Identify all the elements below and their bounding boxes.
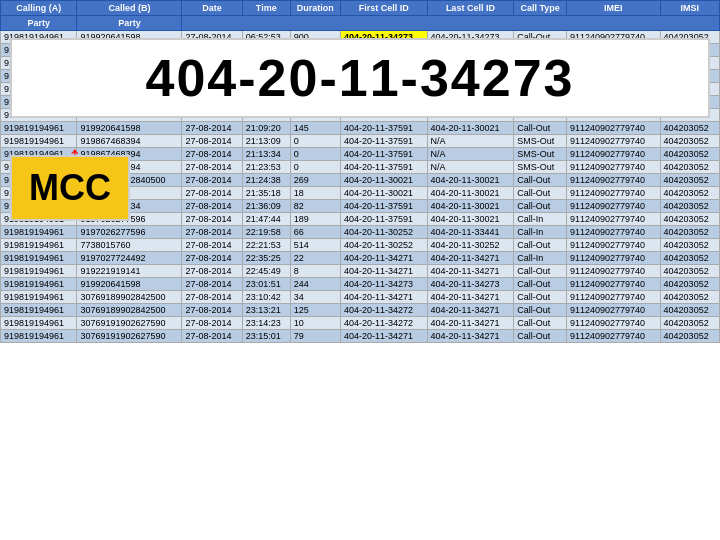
table-cell: Call-Out (514, 330, 567, 343)
table-cell: 23:13:21 (242, 304, 290, 317)
table-cell: 404203052 (660, 148, 719, 161)
table-cell: Call-Out (514, 278, 567, 291)
table-cell: 404203052 (660, 135, 719, 148)
table-cell: 27-08-2014 (182, 83, 242, 96)
table-row: 9198191949613076919190262759027-08-20142… (1, 330, 720, 343)
table-cell: 404-20-19-30293 (340, 109, 427, 122)
table-cell: 911240902779740 (567, 96, 661, 109)
table-cell: 23:14:23 (242, 317, 290, 330)
table-cell: SMS-In (514, 83, 567, 96)
table-cell: 404-20-11-34273 (340, 57, 427, 70)
table-cell: 22:19:58 (242, 226, 290, 239)
table-cell: 27-08-2014 (182, 330, 242, 343)
table-cell: 404-20-11-30021 (427, 174, 514, 187)
table-cell: 404203052 (660, 96, 719, 109)
table-cell: SMS-Out (514, 161, 567, 174)
table-cell: 21:23:53 (242, 161, 290, 174)
table-cell: 919819194961 (1, 31, 77, 44)
table-cell: 0 (290, 148, 340, 161)
table-cell: 911240902779740 (567, 265, 661, 278)
table-cell: 404203052 (660, 239, 719, 252)
table-cell: 404-20-11-34271 (427, 291, 514, 304)
table-cell: 404203052 (660, 304, 719, 317)
table-cell: 911240902779740 (567, 174, 661, 187)
table-cell: N/A (427, 83, 514, 96)
table-cell: 21:47:44 (242, 213, 290, 226)
table-cell: 919920641598 (77, 278, 182, 291)
table-row: 91981919496191986746839427-08-201413:33:… (1, 70, 720, 83)
table-cell: 07:14:57 (242, 44, 290, 57)
table-cell: 919819194961 (1, 44, 77, 57)
table-row: 91981919496191986746839427-08-201421:13:… (1, 148, 720, 161)
table-cell: 22:21:53 (242, 239, 290, 252)
table-cell: 911240902779740 (567, 135, 661, 148)
table-cell: 27-08-2014 (182, 213, 242, 226)
table-cell: 404-20-11-34271 (427, 330, 514, 343)
table-row: 9198191949613076918990284250027-08-20142… (1, 304, 720, 317)
table-cell: 404203052 (660, 330, 719, 343)
table-cell: 404203052 (660, 31, 719, 44)
table-cell: 919920641598 (77, 31, 182, 44)
table-cell: 9197026277596 (77, 226, 182, 239)
table-cell: 27-08-2014 (182, 174, 242, 187)
table-cell: 06:52:53 (242, 31, 290, 44)
table-cell: 404-20-11-34273 (427, 278, 514, 291)
table-cell: 404203052 (660, 187, 719, 200)
table-cell: 919819194961 (1, 239, 77, 252)
table-cell: 27-08-2014 (182, 161, 242, 174)
table-cell: 404-20-11-34271 (340, 291, 427, 304)
table-cell: 919920641598 (77, 44, 182, 57)
table-cell: 145 (290, 122, 340, 135)
table-cell: 911240902779740 (567, 44, 661, 57)
table-cell: 911240902779740 (567, 161, 661, 174)
table-cell: 919221919141 (77, 265, 182, 278)
table-row: 91981919496191992064159827-08-201407:14:… (1, 44, 720, 57)
table-cell: 404-20-11-34273 (427, 44, 514, 57)
table-cell: 404-20-11-30021 (340, 187, 427, 200)
table-cell: 404-20-11-30021 (340, 174, 427, 187)
table-cell: Call-Out (514, 174, 567, 187)
table-cell: 919819194961 (1, 122, 77, 135)
table-cell: 404203052 (660, 213, 719, 226)
table-cell: 404-20-11-34271 (427, 265, 514, 278)
table-cell: 919867468394 (77, 161, 182, 174)
table-cell: 21:24:38 (242, 174, 290, 187)
table-cell: 404-20-11-34273 (340, 70, 427, 83)
table-cell: 21:36:09 (242, 200, 290, 213)
table-cell: 404-20-11-34271 (427, 96, 514, 109)
table-cell: 404203052 (660, 174, 719, 187)
table-cell: 404-20-11-34272 (340, 317, 427, 330)
table-cell: 900 (290, 31, 340, 44)
table-cell: 919819194961 (1, 148, 77, 161)
table-cell: 919819194961 (1, 213, 77, 226)
table-cell: 27-08-2014 (182, 70, 242, 83)
table-cell: 919819194961 (1, 187, 77, 200)
header-time: Time (242, 1, 290, 16)
table-cell: SMS-Out (514, 148, 567, 161)
table-row: 91981919496191986746839427-08-201420:08:… (1, 109, 720, 122)
table-cell: 404-20-11-34273 (340, 44, 427, 57)
table-cell: 404203052 (660, 161, 719, 174)
table-row: 91981919496191986746839427-08-201413:29:… (1, 57, 720, 70)
table-cell: SMS-Out (514, 135, 567, 148)
table-cell: 27-08-2014 (182, 187, 242, 200)
table-cell: 404203052 (660, 317, 719, 330)
table-cell: 919819194961 (1, 200, 77, 213)
table-cell: N/A (427, 148, 514, 161)
table-cell: 404-20-11-30021 (427, 200, 514, 213)
table-cell: Call-In (514, 252, 567, 265)
table-row: 91981919496191986746839427-08-201420:00:… (1, 96, 720, 109)
table-cell: 404203052 (660, 122, 719, 135)
table-cell: 0 (290, 135, 340, 148)
table-cell: 404-20-11-30021 (427, 122, 514, 135)
table-cell: 919819194961 (1, 135, 77, 148)
table-cell: 19:33:33 (242, 83, 290, 96)
table-cell: 404-20-11-34271 (340, 252, 427, 265)
table-cell: 919819194961 (1, 96, 77, 109)
table-cell: 919867468394 (77, 148, 182, 161)
table-cell: 27-08-2014 (182, 31, 242, 44)
table-cell: 911240902779740 (567, 83, 661, 96)
table-cell: N/A (427, 70, 514, 83)
table-cell: 27-08-2014 (182, 317, 242, 330)
table-cell: 404-20-11-34273 (340, 31, 427, 44)
